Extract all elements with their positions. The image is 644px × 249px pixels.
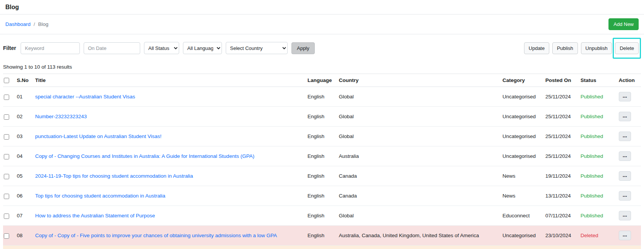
row-title-link[interactable]: special character --Australian Student V… <box>35 94 135 100</box>
row-checkbox[interactable] <box>4 134 9 140</box>
table-row: 08 Copy of - Copy of - Five points to im… <box>3 226 641 246</box>
row-actions-button[interactable]: ... <box>619 191 631 201</box>
row-sno: 03 <box>14 127 32 146</box>
status-select[interactable]: All Status <box>144 42 179 54</box>
row-checkbox[interactable] <box>4 154 9 159</box>
row-language: English <box>304 246 336 249</box>
row-category: Uncategorised <box>500 127 542 146</box>
row-checkbox[interactable] <box>4 114 9 120</box>
ellipsis-icon: ... <box>623 112 627 119</box>
row-title-link[interactable]: punctuation-Latest Update on Australian … <box>35 133 162 139</box>
table-row: 06 Top tips for choosing student accommo… <box>3 186 641 206</box>
header-sno: S.No <box>14 74 32 87</box>
country-select[interactable]: Select Country <box>226 42 288 54</box>
ellipsis-icon: ... <box>623 93 627 99</box>
row-posted-on: 23/10/2024 <box>542 246 578 249</box>
row-language: English <box>304 186 336 206</box>
publish-button[interactable]: Publish <box>552 42 578 54</box>
delete-button[interactable]: Delete <box>615 42 639 54</box>
row-status: Published <box>578 87 616 107</box>
row-language: English <box>304 206 336 226</box>
row-actions-button[interactable]: ... <box>619 112 631 121</box>
row-posted-on: 25/11/2024 <box>542 87 578 107</box>
row-category: Educonnect <box>500 206 542 226</box>
row-language: English <box>304 226 336 246</box>
row-sno: 04 <box>14 146 32 166</box>
header-status: Status <box>578 74 616 87</box>
row-status: Published <box>578 186 616 206</box>
row-country: Canada <box>336 166 500 186</box>
unpublish-button[interactable]: Unpublish <box>581 42 612 54</box>
table-body: 01 special character --Australian Studen… <box>3 87 641 249</box>
breadcrumb-bar: Dashboard / Blog Add New <box>0 14 644 34</box>
row-posted-on: 13/11/2024 <box>542 186 578 206</box>
delete-button-wrapper: Delete <box>615 42 639 54</box>
row-actions-button[interactable]: ... <box>619 171 631 181</box>
table-row: 02 Number-23232323243 English Global Unc… <box>3 107 641 127</box>
row-sno: 06 <box>14 186 32 206</box>
row-language: English <box>304 166 336 186</box>
ellipsis-icon: ... <box>623 172 627 178</box>
table-row: 03 punctuation-Latest Update on Australi… <box>3 127 641 146</box>
row-posted-on: 19/11/2024 <box>542 166 578 186</box>
row-category: Uncategorised <box>500 87 542 107</box>
row-status: Published <box>578 166 616 186</box>
header-language: Language <box>304 74 336 87</box>
row-actions-button[interactable]: ... <box>619 151 631 161</box>
row-status: Published <box>578 206 616 226</box>
blog-table-wrap: S.No Title Language Country Category Pos… <box>0 74 644 249</box>
row-language: English <box>304 146 336 166</box>
row-actions-button[interactable]: ... <box>619 231 631 240</box>
row-checkbox[interactable] <box>4 174 9 179</box>
table-row: 09 Step-by-step Guide to Writing a Great… <box>3 246 641 249</box>
table-row: 07 How to address the Australian Stateme… <box>3 206 641 226</box>
results-summary: Showing 1 to 10 of 113 results <box>3 64 641 70</box>
row-country: Global <box>336 107 500 127</box>
row-sno: 09 <box>14 246 32 249</box>
select-all-checkbox[interactable] <box>4 78 9 83</box>
header-country: Country <box>336 74 500 87</box>
keyword-input[interactable] <box>21 42 80 54</box>
row-checkbox[interactable] <box>4 214 9 219</box>
row-category: Uncategorised <box>500 146 542 166</box>
apply-button[interactable]: Apply <box>291 42 315 54</box>
header-title: Title <box>32 74 304 87</box>
row-category: News <box>500 186 542 206</box>
row-country: Canada <box>336 186 500 206</box>
page-header: Blog <box>0 0 644 14</box>
bulk-actions: Update Publish Unpublish Delete <box>524 42 639 54</box>
row-country: Global <box>336 206 500 226</box>
row-status: Published <box>578 107 616 127</box>
breadcrumb-current: Blog <box>38 21 49 27</box>
breadcrumb-dashboard-link[interactable]: Dashboard <box>5 21 31 27</box>
row-category: Uncategorised <box>500 226 542 246</box>
row-title-link[interactable]: Number-23232323243 <box>35 114 87 119</box>
row-posted-on: 07/11/2024 <box>542 206 578 226</box>
row-title-link[interactable]: Copy of - Copy of - Five points to impro… <box>35 233 277 238</box>
row-title-link[interactable]: 2024-11-19-Top tips for choosing student… <box>35 173 193 179</box>
row-actions-button[interactable]: ... <box>619 211 631 220</box>
row-status: Published <box>578 146 616 166</box>
ellipsis-icon: ... <box>623 212 627 218</box>
row-category: News <box>500 166 542 186</box>
ellipsis-icon: ... <box>623 192 627 198</box>
blog-table: S.No Title Language Country Category Pos… <box>3 74 641 249</box>
row-actions-button[interactable]: ... <box>619 92 631 101</box>
row-checkbox[interactable] <box>4 194 9 199</box>
row-status: Unpublished <box>578 246 616 249</box>
language-select[interactable]: All Language <box>183 42 222 54</box>
row-country: Global <box>336 127 500 146</box>
filter-label: Filter <box>3 45 16 51</box>
row-sno: 07 <box>14 206 32 226</box>
row-sno: 08 <box>14 226 32 246</box>
row-title-link[interactable]: Copy of - Changing Courses and Institute… <box>35 153 254 159</box>
date-input[interactable] <box>84 42 140 54</box>
row-title-link[interactable]: Top tips for choosing student accommodat… <box>35 193 165 199</box>
row-actions-button[interactable]: ... <box>619 132 631 141</box>
row-checkbox[interactable] <box>4 95 9 100</box>
row-posted-on: 25/11/2024 <box>542 146 578 166</box>
update-button[interactable]: Update <box>524 42 549 54</box>
add-new-button[interactable]: Add New <box>608 18 639 30</box>
row-title-link[interactable]: How to address the Australian Statement … <box>35 213 155 218</box>
row-checkbox[interactable] <box>4 233 9 239</box>
